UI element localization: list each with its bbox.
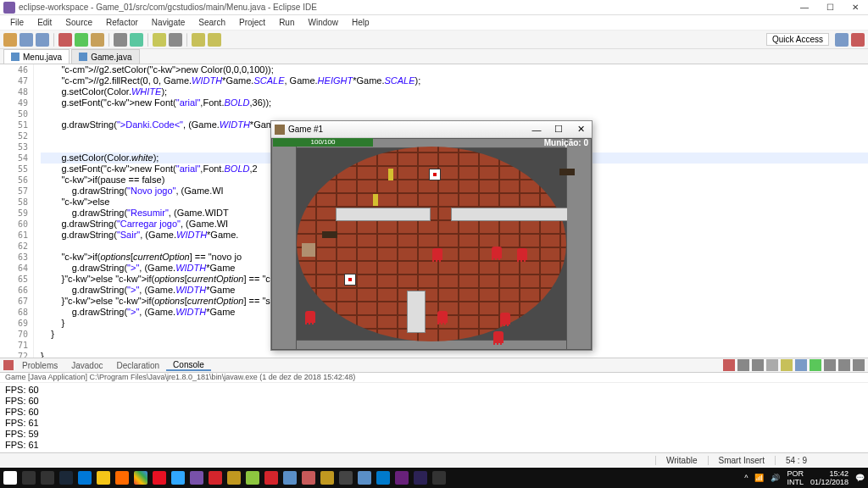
opera-icon[interactable]	[153, 471, 166, 485]
tray-network-icon[interactable]: 📶	[754, 474, 764, 482]
remove-launch-icon[interactable]	[737, 359, 749, 371]
search-icon[interactable]	[169, 33, 182, 47]
menu-source[interactable]: Source	[58, 18, 99, 27]
menu-run[interactable]: Run	[272, 18, 301, 27]
menu-search[interactable]: Search	[192, 18, 232, 27]
terminate-icon[interactable]	[723, 359, 735, 371]
menu-file[interactable]: File	[3, 18, 31, 27]
enemy	[492, 247, 502, 258]
remove-all-icon[interactable]	[752, 359, 764, 371]
app-icon[interactable]	[302, 471, 315, 485]
menu-navigate[interactable]: Navigate	[145, 18, 192, 27]
tab-console[interactable]: Console	[166, 360, 211, 371]
vscode-icon[interactable]	[376, 471, 390, 485]
forward-icon[interactable]	[208, 33, 221, 47]
new-icon[interactable]	[3, 33, 17, 47]
tray-notifications-icon[interactable]: 💬	[855, 474, 865, 482]
debug-icon[interactable]	[58, 33, 72, 47]
new-package-icon[interactable]	[114, 33, 127, 47]
app-icon[interactable]	[227, 471, 241, 485]
app-icon[interactable]	[283, 471, 297, 485]
close-button[interactable]: ✕	[843, 0, 868, 15]
tab-label: Menu.java	[23, 53, 62, 62]
eclipse-icon	[3, 2, 15, 14]
clear-console-icon[interactable]	[766, 359, 778, 371]
menu-edit[interactable]: Edit	[31, 18, 58, 27]
photoshop-icon[interactable]	[171, 471, 185, 485]
platform-tile	[451, 208, 568, 221]
unity-icon[interactable]	[339, 471, 353, 485]
item-box	[429, 169, 441, 180]
app-icon[interactable]	[190, 471, 203, 485]
separator	[108, 33, 109, 47]
tray-clock[interactable]: 15:42 01/12/2018	[810, 469, 849, 486]
perspective-debug-icon[interactable]	[851, 33, 865, 47]
line-gutter: 4647484950515253545556575859606162636465…	[0, 64, 34, 358]
decoration	[559, 169, 575, 175]
menu-help[interactable]: Help	[345, 18, 376, 27]
enemy	[493, 331, 504, 343]
tray-language[interactable]: POR INTL	[787, 469, 804, 486]
game-canvas[interactable]: 100/100 Munição: 0	[271, 138, 592, 350]
app-icon[interactable]	[264, 471, 278, 485]
tab-declaration[interactable]: Declaration	[110, 361, 167, 370]
steam-icon[interactable]	[59, 471, 73, 485]
maximize-button[interactable]: ☐	[817, 0, 843, 15]
firefox-icon[interactable]	[115, 471, 129, 485]
open-type-icon[interactable]	[153, 33, 166, 47]
app-icon[interactable]	[320, 471, 334, 485]
menu-refactor[interactable]: Refactor	[99, 18, 145, 27]
taskview-icon[interactable]	[41, 471, 54, 485]
player	[302, 243, 315, 257]
start-icon[interactable]	[3, 471, 17, 485]
scroll-lock-icon[interactable]	[781, 359, 793, 371]
minimize-button[interactable]: —	[792, 0, 817, 15]
save-icon[interactable]	[19, 33, 33, 47]
run-icon[interactable]	[75, 33, 88, 47]
explorer-icon[interactable]	[97, 471, 110, 485]
menu-project[interactable]: Project	[232, 18, 272, 27]
windows-taskbar[interactable]: ^ 📶 🔊 POR INTL 15:42 01/12/2018 💬	[0, 468, 868, 488]
vs-icon[interactable]	[395, 471, 409, 485]
game-titlebar[interactable]: Game #1 — ☐ ✕	[271, 121, 592, 138]
tab-menu-java[interactable]: Menu.java	[3, 49, 70, 64]
pin-console-icon[interactable]	[795, 359, 807, 371]
filezilla-icon[interactable]	[209, 471, 222, 485]
max-icon[interactable]	[853, 359, 865, 371]
menu-window[interactable]: Window	[301, 18, 345, 27]
min-icon[interactable]	[838, 359, 850, 371]
problems-tab-icon	[3, 360, 14, 370]
game-minimize-button[interactable]: —	[526, 122, 548, 137]
tab-label: Game.java	[91, 53, 131, 62]
ammo-item	[373, 194, 378, 206]
app-icon[interactable]	[358, 471, 371, 485]
back-icon[interactable]	[192, 33, 205, 47]
perspective-java-icon[interactable]	[835, 33, 849, 47]
game-window[interactable]: Game #1 — ☐ ✕ 100	[270, 120, 593, 351]
system-tray[interactable]: ^ 📶 🔊 POR INTL 15:42 01/12/2018 💬	[744, 469, 865, 486]
tab-javadoc[interactable]: Javadoc	[64, 361, 109, 370]
separator	[147, 33, 148, 47]
tab-game-java[interactable]: Game.java	[71, 49, 139, 64]
game-maximize-button[interactable]: ☐	[548, 122, 570, 137]
new-class-icon[interactable]	[130, 33, 143, 47]
game-close-button[interactable]: ✕	[570, 122, 592, 137]
display-console-icon[interactable]	[810, 359, 821, 371]
quick-access[interactable]: Quick Access	[766, 33, 829, 46]
app-icon[interactable]	[432, 471, 446, 485]
open-console-icon[interactable]	[824, 359, 836, 371]
save-all-icon[interactable]	[36, 33, 49, 47]
coverage-icon[interactable]	[91, 33, 104, 47]
tray-chevron-icon[interactable]: ^	[744, 474, 748, 482]
search-icon[interactable]	[22, 471, 36, 485]
tray-volume-icon[interactable]: 🔊	[771, 474, 780, 482]
console-output[interactable]: FPS: 60FPS: 60FPS: 60FPS: 61FPS: 59FPS: …	[0, 383, 868, 452]
tab-problems[interactable]: Problems	[15, 361, 64, 370]
chrome-icon[interactable]	[134, 471, 147, 485]
app-icon[interactable]	[246, 471, 259, 485]
eclipse-taskbar-icon[interactable]	[414, 471, 427, 485]
toolbar: Quick Access	[0, 30, 868, 49]
window-buttons: — ☐ ✕	[792, 0, 868, 15]
separator	[53, 33, 54, 47]
edge-icon[interactable]	[78, 471, 92, 485]
